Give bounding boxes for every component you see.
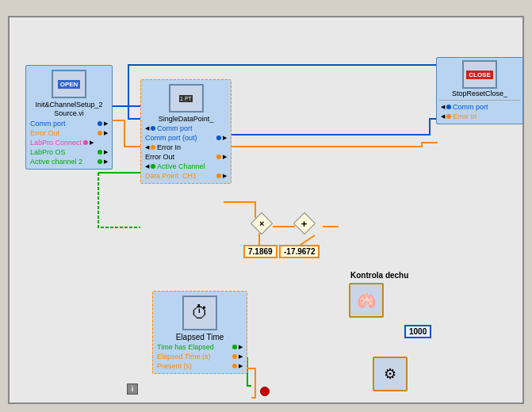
- value-1000-box: 1000: [404, 325, 431, 338]
- second-icon: ⚙: [384, 365, 396, 383]
- stop-reset-label: StopResetClose_: [439, 89, 520, 98]
- sr-port-comm: ◀ Comm port: [439, 102, 520, 112]
- sr-port-error-in: ◀ Error In: [439, 112, 520, 121]
- init-channel-label: Init&ChannelSetup_2 Source.vi: [29, 100, 109, 119]
- elapsed-time-label: Elapsed Time: [155, 332, 244, 342]
- sdp-port-comm-in: ◀ Comm port: [144, 124, 228, 133]
- et-elapsed-time-s: Elapsed Time (s) ▶: [155, 352, 244, 361]
- sdp-port-comm-out: Comm port (out) ▶: [144, 133, 228, 143]
- loop-i-indicator: i: [127, 383, 138, 395]
- open-icon: OPEN: [52, 70, 86, 98]
- kontrola-dechu-label: Kontrola dechu: [350, 271, 408, 280]
- kontrola-dechu-block[interactable]: 🫁: [349, 283, 384, 318]
- port-labpro-connect: LabPro Connect ▶: [29, 138, 109, 147]
- stop-reset-block[interactable]: CLOSE StopResetClose_ ◀ Comm port ◀ Erro…: [436, 57, 523, 124]
- kontrola-icon: 🫁: [357, 291, 377, 310]
- port-labpro-os: LabPro OS ▶: [29, 147, 109, 157]
- second-icon-block[interactable]: ⚙: [373, 357, 408, 391]
- et-time-elapsed: Time has Elapsed ▶: [155, 342, 244, 352]
- single-data-icon: 1 PT: [169, 84, 204, 113]
- port-error-out: Error Out ▶: [29, 128, 109, 138]
- single-data-label: SingleDataPoint_: [144, 114, 228, 124]
- port-active-channel: Active channel 2 ▶: [29, 157, 109, 166]
- init-channel-block[interactable]: OPEN Init&ChannelSetup_2 Source.vi Comm …: [25, 65, 113, 170]
- multiply-node: ×: [251, 212, 273, 235]
- value-17-9672: -17.9672: [279, 245, 320, 258]
- loop-stop-indicator[interactable]: [260, 387, 270, 396]
- single-data-point-block[interactable]: 1 PT SingleDataPoint_ ◀ Comm port Comm p…: [140, 79, 232, 184]
- port-comm-out: Comm port ▶: [29, 119, 109, 128]
- sdp-port-error-out: Error Out ▶: [144, 152, 228, 162]
- close-icon: CLOSE: [462, 60, 497, 89]
- et-present-s: Present (s) ▶: [155, 361, 244, 371]
- main-canvas: OPEN Init&ChannelSetup_2 Source.vi Comm …: [8, 16, 524, 404]
- elapsed-time-icon: ⏱: [182, 296, 217, 330]
- add-node: +: [293, 212, 316, 235]
- sdp-port-error-in: ◀ Error In: [144, 143, 228, 152]
- sdp-port-active-channel: ◀ Active Channel: [144, 162, 228, 171]
- value-7-1869: 7.1869: [243, 245, 277, 258]
- sdp-port-data-point: Data Point: CH1 ▶: [144, 171, 228, 181]
- elapsed-time-block[interactable]: ⏱ Elapsed Time Time has Elapsed ▶ Elapse…: [152, 291, 247, 374]
